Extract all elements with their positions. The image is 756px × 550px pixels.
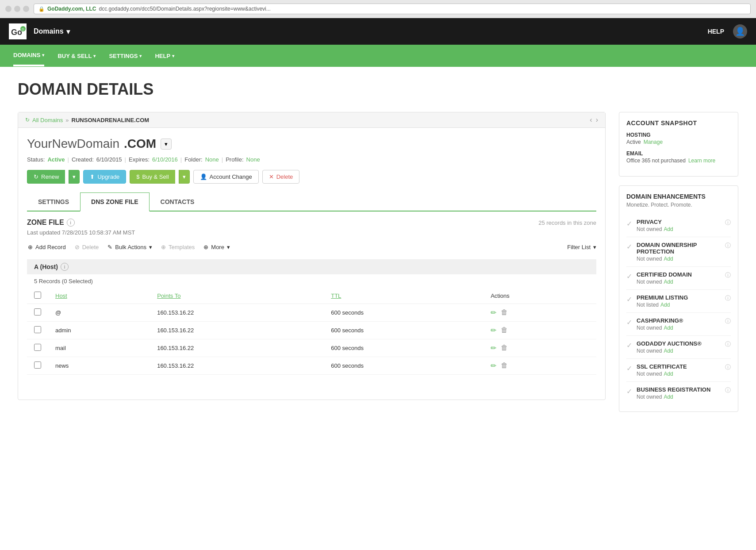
delete-row-icon[interactable]: 🗑 [501, 362, 508, 370]
enhancement-add-link[interactable]: Add [664, 325, 673, 331]
more-button[interactable]: ⊕ More ▾ [203, 242, 231, 252]
info-circle-icon[interactable]: ⓘ [725, 386, 731, 394]
buy-sell-dropdown-button[interactable]: ▾ [179, 170, 190, 184]
upgrade-button[interactable]: ⬆ Upgrade [83, 170, 126, 184]
enhancement-check-icon: ✓ [626, 318, 632, 327]
buy-sell-button[interactable]: $ Buy & Sell [130, 170, 175, 184]
edit-icon[interactable]: ✏ [491, 344, 496, 352]
hosting-status: Active [626, 139, 641, 145]
more-icon: ⊕ [203, 244, 208, 250]
enhancement-name: BUSINESS REGISTRATION [637, 386, 721, 393]
enhancement-add-link[interactable]: Add [664, 226, 673, 232]
delete-icon: ✕ [269, 173, 274, 180]
status-badge: Active [47, 156, 65, 163]
nav-item-settings[interactable]: SETTINGS ▾ [109, 46, 142, 65]
help-link[interactable]: HELP [708, 28, 724, 35]
nav-item-help[interactable]: HELP ▾ [155, 46, 174, 65]
renew-dropdown-button[interactable]: ▾ [69, 170, 80, 184]
row-checkbox[interactable] [34, 308, 41, 315]
lock-icon: 🔒 [38, 6, 45, 12]
delete-row-icon[interactable]: 🗑 [501, 326, 508, 335]
enhancement-add-link[interactable]: Add [664, 279, 673, 285]
enhancement-add-link[interactable]: Add [664, 348, 673, 354]
main-left: ↻ All Domains » RUNSONADRENALINE.COM ‹ ›… [18, 112, 606, 400]
address-bar[interactable]: 🔒 GoDaddy.com, LLC dcc.godaddy.com/dcc50… [34, 4, 751, 14]
enhancement-add-link[interactable]: Add [660, 302, 670, 308]
enhancement-add-link[interactable]: Add [664, 394, 673, 400]
godaddy-logo[interactable]: Go D [9, 23, 27, 39]
templates-button[interactable]: ⊕ Templates [160, 242, 196, 252]
tab-dns-zone-file[interactable]: DNS ZONE FILE [80, 192, 150, 212]
enhancement-content: SSL CERTIFICATE Not owned Add [637, 363, 721, 377]
enhancement-name: GODADDY AUCTIONS® [637, 340, 721, 347]
delete-button[interactable]: ✕ Delete [262, 170, 300, 184]
account-change-button[interactable]: 👤 Account Change [193, 170, 259, 184]
row-checkbox[interactable] [34, 344, 41, 351]
minimize-btn[interactable] [14, 6, 20, 12]
created-value: 6/10/2015 [96, 156, 122, 163]
info-circle-icon[interactable]: ⓘ [725, 271, 731, 279]
info-circle-icon[interactable]: ⓘ [725, 294, 731, 302]
col-points-to[interactable]: Points To [150, 288, 324, 304]
next-arrow[interactable]: › [596, 116, 598, 124]
col-ttl[interactable]: TTL [324, 288, 484, 304]
tab-contacts[interactable]: CONTACTS [150, 192, 206, 211]
all-domains-link[interactable]: All Domains [32, 117, 63, 123]
enhancement-item: ✓ BUSINESS REGISTRATION Not owned Add ⓘ [626, 382, 731, 404]
nav-item-buy-sell[interactable]: BUY & SELL ▾ [58, 46, 96, 65]
nav-label-buy-sell: BUY & SELL [58, 53, 92, 59]
expires-value[interactable]: 6/10/2016 [152, 156, 178, 163]
bulk-actions-button[interactable]: ✎ Bulk Actions ▾ [107, 242, 153, 252]
enhancement-status-text: Not owned [637, 279, 662, 285]
ttl-cell: 600 seconds [324, 339, 484, 357]
nav-arrows: ‹ › [590, 116, 598, 124]
prev-arrow[interactable]: ‹ [590, 116, 592, 124]
domain-meta: Status: Active | Created: 6/10/2015 | Ex… [27, 156, 596, 163]
info-circle-icon[interactable]: ⓘ [725, 363, 731, 371]
row-checkbox[interactable] [34, 362, 41, 369]
delete-row-icon[interactable]: 🗑 [501, 344, 508, 352]
group-info-icon[interactable]: i [61, 263, 69, 271]
filter-list-button[interactable]: Filter List ▾ [567, 244, 596, 250]
domain-extension: .COM [124, 137, 156, 151]
enhancement-status-text: Not owned [637, 226, 662, 232]
page-title: DOMAIN DETAILS [18, 80, 738, 99]
nav-item-domains[interactable]: DOMAINS ▾ [13, 46, 44, 66]
domain-enhancements: DOMAIN ENHANCEMENTS Monetize. Protect. P… [619, 185, 738, 412]
delete-row-icon[interactable]: 🗑 [501, 308, 508, 317]
close-btn[interactable] [5, 6, 12, 12]
user-icon[interactable]: 👤 [733, 24, 747, 38]
renew-button[interactable]: ↻ Renew [27, 170, 65, 184]
host-cell: admin [48, 322, 150, 339]
templates-icon: ⊕ [161, 244, 166, 250]
extension-dropdown-button[interactable]: ▾ [161, 138, 172, 150]
enhancement-add-link[interactable]: Add [664, 256, 673, 262]
table-row: admin 160.153.16.22 600 seconds ✏ 🗑 [27, 322, 596, 339]
zone-info-icon[interactable]: i [67, 219, 75, 227]
upgrade-icon: ⬆ [90, 173, 95, 180]
maximize-btn[interactable] [23, 6, 29, 12]
edit-icon[interactable]: ✏ [491, 362, 496, 370]
row-checkbox[interactable] [34, 326, 41, 333]
info-circle-icon[interactable]: ⓘ [725, 219, 731, 227]
col-host[interactable]: Host [48, 288, 150, 304]
profile-value[interactable]: None [246, 156, 260, 163]
refresh-icon[interactable]: ↻ [25, 117, 30, 123]
edit-icon[interactable]: ✏ [491, 326, 496, 335]
email-learn-more-link[interactable]: Learn more [688, 158, 715, 164]
domains-dropdown-button[interactable]: Domains ▾ [27, 18, 77, 45]
info-circle-icon[interactable]: ⓘ [725, 317, 731, 325]
edit-icon[interactable]: ✏ [491, 308, 496, 317]
add-record-button[interactable]: ⊕ Add Record [27, 242, 67, 252]
tab-settings[interactable]: SETTINGS [27, 192, 80, 211]
select-all-checkbox[interactable] [34, 292, 41, 299]
ttl-cell: 600 seconds [324, 357, 484, 375]
delete-record-button[interactable]: ⊘ Delete [74, 242, 100, 252]
info-circle-icon[interactable]: ⓘ [725, 242, 731, 250]
upgrade-label: Upgrade [97, 173, 119, 180]
folder-value[interactable]: None [205, 156, 219, 163]
buy-sell-icon: $ [136, 173, 139, 180]
hosting-manage-link[interactable]: Manage [644, 139, 663, 145]
enhancement-add-link[interactable]: Add [664, 371, 673, 377]
info-circle-icon[interactable]: ⓘ [725, 340, 731, 348]
